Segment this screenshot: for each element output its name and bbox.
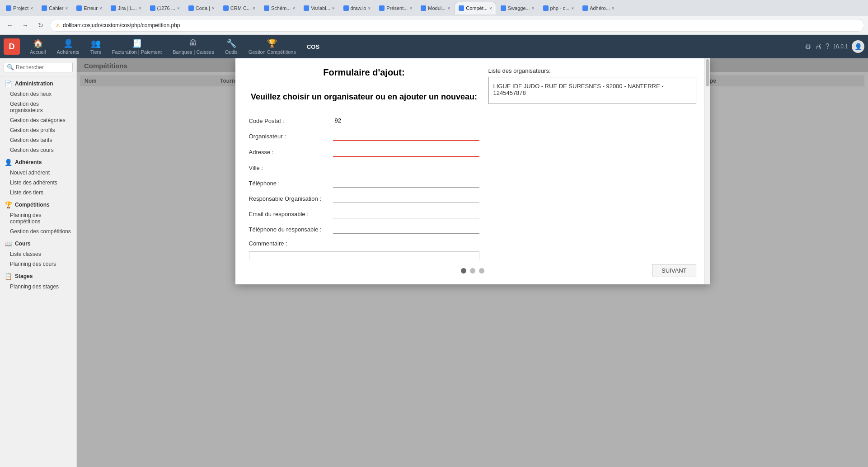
tab-favicon: [188, 5, 194, 11]
browser-tab[interactable]: Jira | L...×: [107, 2, 145, 14]
section-icon: 📖: [5, 240, 12, 247]
browser-tab[interactable]: Adhéro...×: [578, 2, 618, 14]
suivant-button[interactable]: SUIVANT: [652, 264, 696, 277]
nav-item-gestion-comp-titions[interactable]: 🏆Gestion Compétitions: [244, 37, 300, 57]
sidebar-item-gestion-des-tarifs[interactable]: Gestion des tarifs: [0, 135, 76, 145]
tab-close-button[interactable]: ×: [99, 6, 102, 11]
tab-close-button[interactable]: ×: [212, 6, 215, 11]
label-responsable-org: Responsable Organisation :: [249, 195, 330, 202]
nav-item-accueil[interactable]: 🏠Accueil: [25, 37, 50, 57]
reload-button[interactable]: ↻: [34, 19, 47, 32]
modal-subtitle: Veuillez choisir un organisateur ou en a…: [249, 91, 479, 103]
sidebar-item-liste-des-tiers[interactable]: Liste des tiers: [0, 188, 76, 198]
tab-close-button[interactable]: ×: [368, 6, 371, 11]
nav-item-banques---caisses[interactable]: 🏛Banques | Caisses: [168, 37, 219, 57]
tab-close-button[interactable]: ×: [253, 6, 255, 11]
user-avatar[interactable]: 👤: [852, 40, 864, 53]
tab-close-button[interactable]: ×: [612, 6, 615, 11]
sidebar-item-planning-des-stages[interactable]: Planning des stages: [0, 282, 76, 292]
tab-close-button[interactable]: ×: [532, 6, 535, 11]
list-item[interactable]: LIGUE IDF JUDO - RUE DE SURESNES - 92000…: [493, 81, 692, 98]
field-responsable-org: Responsable Organisation :: [249, 194, 479, 203]
modal-title: Formulaire d'ajout:: [249, 67, 479, 78]
sidebar-item-gestion-des-cours[interactable]: Gestion des cours: [0, 145, 76, 155]
tab-close-button[interactable]: ×: [447, 6, 450, 11]
modal-scrollbar[interactable]: [704, 58, 710, 284]
nav-item-cos[interactable]: COS: [302, 42, 324, 52]
nav-item-facturation---paiement[interactable]: 🧾Facturation | Paiement: [108, 37, 166, 57]
browser-tab[interactable]: Cahier×: [38, 2, 72, 14]
sidebar-item-gestion-des-organisateurs[interactable]: Gestion des organisateurs: [0, 99, 76, 115]
browser-chrome: Project×Cahier×Erreur×Jira | L...×(1276 …: [0, 0, 868, 35]
sidebar-item-gestion-des-profils[interactable]: Gestion des profils: [0, 125, 76, 135]
section-title-text: Compétitions: [15, 202, 50, 208]
browser-tab[interactable]: Project×: [2, 2, 37, 14]
tab-favicon: [543, 5, 549, 11]
forward-button[interactable]: →: [19, 19, 32, 32]
scrollbar-thumb[interactable]: [706, 59, 709, 86]
tab-close-button[interactable]: ×: [332, 6, 335, 11]
browser-tab[interactable]: Coda |×: [184, 2, 219, 14]
browser-tab[interactable]: draw.io×: [339, 2, 375, 14]
browser-tab[interactable]: (1276 ...×: [146, 2, 184, 14]
modal-overlay: Formulaire d'ajout: Veuillez choisir un …: [77, 58, 868, 467]
sidebar-item-nouvel-adh-rent[interactable]: Nouvel adhérent: [0, 168, 76, 178]
browser-tab[interactable]: Compét...×: [455, 2, 496, 14]
browser-tab[interactable]: Modul...×: [417, 2, 454, 14]
organisateurs-list[interactable]: LIGUE IDF JUDO - RUE DE SURESNES - 92000…: [488, 77, 696, 104]
sidebar-item-gestion-des-cat-gories[interactable]: Gestion des catégories: [0, 115, 76, 125]
input-adresse[interactable]: [333, 147, 479, 157]
tab-favicon: [582, 5, 588, 11]
sidebar-item-liste-des-adh-rents[interactable]: Liste des adhérents: [0, 178, 76, 188]
nav-item-adh-rents[interactable]: 👤Adhérents: [52, 37, 84, 57]
browser-tab[interactable]: php - c...×: [539, 2, 578, 14]
address-bar[interactable]: ⚠ dolibarr.cosjudo/custom/cos/php/compet…: [50, 19, 864, 32]
tab-close-button[interactable]: ×: [177, 6, 180, 11]
sidebar: 🔍 📄AdministrationGestion des lieuxGestio…: [0, 58, 77, 467]
tab-favicon: [379, 5, 385, 11]
input-email-responsable[interactable]: [333, 209, 479, 218]
input-code-postal[interactable]: [333, 116, 396, 125]
sidebar-item-liste-classes[interactable]: Liste classes: [0, 249, 76, 259]
pagination-dots: [461, 268, 484, 274]
tab-close-button[interactable]: ×: [30, 6, 33, 11]
search-box[interactable]: 🔍: [4, 62, 73, 72]
address-bar-row: ← → ↻ ⚠ dolibarr.cosjudo/custom/cos/php/…: [0, 16, 868, 34]
browser-tab[interactable]: Présent...×: [375, 2, 416, 14]
browser-tab[interactable]: Erreur×: [72, 2, 106, 14]
sidebar-item-gestion-des-comp-titions[interactable]: Gestion des compétitions: [0, 226, 76, 236]
help-icon[interactable]: ?: [826, 42, 830, 51]
tab-close-button[interactable]: ×: [571, 6, 574, 11]
tab-close-button[interactable]: ×: [409, 6, 412, 11]
back-button[interactable]: ←: [4, 19, 16, 32]
print-icon[interactable]: 🖨: [815, 42, 822, 51]
sidebar-search-area: 🔍: [0, 58, 76, 76]
browser-tab[interactable]: Swagge...×: [497, 2, 539, 14]
browser-tab[interactable]: Variabl...×: [300, 2, 338, 14]
sidebar-item-planning-des-cours[interactable]: Planning des cours: [0, 259, 76, 269]
input-organisateur[interactable]: [333, 132, 479, 141]
input-commentaire[interactable]: [249, 251, 479, 259]
section-title-text: Adhérents: [15, 159, 42, 165]
browser-tab[interactable]: Schém...×: [260, 2, 299, 14]
input-ville[interactable]: [333, 163, 396, 172]
tab-close-button[interactable]: ×: [489, 6, 492, 11]
nav-item-outils[interactable]: 🔧Outils: [221, 37, 242, 57]
dot-3: [479, 268, 484, 274]
tab-close-button[interactable]: ×: [66, 6, 68, 11]
form-section: Formulaire d'ajout: Veuillez choisir un …: [249, 67, 479, 250]
search-input[interactable]: [16, 64, 70, 71]
tab-favicon: [223, 5, 229, 11]
sidebar-item-gestion-des-lieux[interactable]: Gestion des lieux: [0, 89, 76, 99]
tab-close-button[interactable]: ×: [292, 6, 295, 11]
sidebar-item-planning-des-comp-titions[interactable]: Planning des compétitions: [0, 210, 76, 226]
input-responsable-org[interactable]: [333, 194, 479, 203]
modal-dialog: Formulaire d'ajout: Veuillez choisir un …: [235, 58, 710, 284]
settings-icon[interactable]: ⚙: [805, 42, 811, 51]
nav-item-tiers[interactable]: 👥Tiers: [86, 37, 106, 57]
tab-close-button[interactable]: ×: [139, 6, 141, 11]
input-telephone[interactable]: [333, 179, 479, 188]
app-logo[interactable]: D: [4, 38, 20, 55]
input-telephone-responsable[interactable]: [333, 225, 479, 234]
browser-tab[interactable]: CRM C...×: [219, 2, 259, 14]
